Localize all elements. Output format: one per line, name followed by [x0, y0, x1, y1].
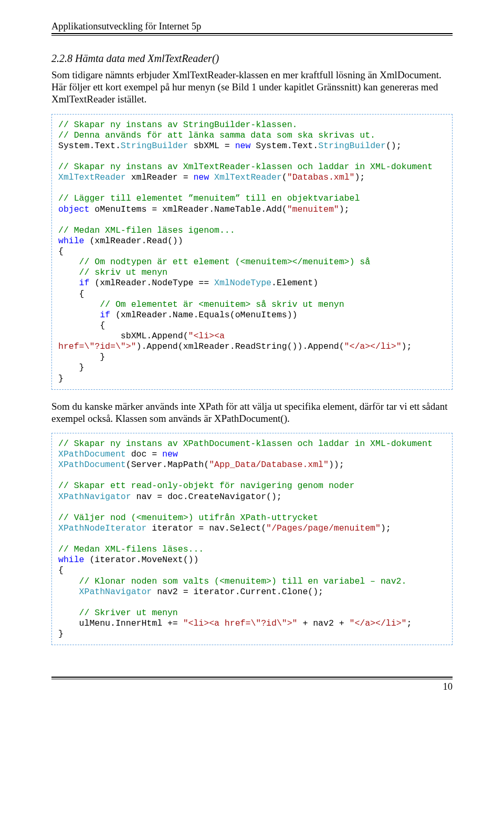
code-text: [58, 299, 100, 309]
code-comment: // Skapar ny instans av XPathDocument-kl…: [58, 439, 433, 449]
code-text: [58, 608, 79, 618]
code-text: iterator = nav.Select(: [146, 523, 266, 533]
code-keyword: new: [162, 449, 178, 459]
page-number: 10: [51, 681, 453, 692]
code-string: "Databas.xml": [287, 172, 355, 182]
code-block-2: // Skapar ny instans av XPathDocument-kl…: [51, 433, 453, 645]
code-block-1: // Skapar ny instans av StringBuilder-kl…: [51, 114, 453, 390]
code-comment: // Skapar ny instans av StringBuilder-kl…: [58, 120, 297, 130]
code-keyword: while: [58, 555, 85, 565]
code-type: XPathDocument: [58, 460, 126, 470]
code-text: System.Text.: [250, 141, 318, 151]
code-text: {: [58, 289, 85, 299]
page-footer: 10: [51, 677, 453, 692]
code-text: }: [58, 629, 64, 639]
code-text: [58, 267, 79, 277]
code-comment: // Medan XML-filens läses...: [58, 544, 204, 554]
code-comment: // Skapar ny instans av XmlTextReader-kl…: [58, 162, 433, 172]
code-comment: // Om elementet är <menuitem> så skriv u…: [100, 299, 344, 309]
code-comment: // skriv ut menyn: [79, 267, 167, 277]
code-keyword: new: [235, 141, 251, 151]
code-text: );: [339, 204, 350, 214]
code-text: xmlReader =: [126, 172, 194, 182]
code-text: sbXML.Append(: [58, 331, 188, 341]
code-keyword: while: [58, 236, 85, 246]
code-text: (: [282, 172, 287, 182]
code-comment: // Väljer nod (<menuitem>) utifrån XPath…: [58, 513, 318, 523]
code-text: }: [58, 374, 64, 383]
code-keyword: new: [193, 172, 209, 182]
code-type: XmlTextReader: [58, 172, 126, 182]
code-string: "</a></li>": [350, 618, 407, 628]
code-comment: // Medan XML-filen läses igenom...: [58, 225, 235, 235]
code-text: sbXML =: [188, 141, 235, 151]
code-comment: // Om nodtypen är ett element (<menuitem…: [79, 257, 371, 267]
code-comment: // Klonar noden som valts (<menuitem>) t…: [79, 576, 407, 586]
code-text: {: [58, 565, 64, 575]
code-text: (xmlReader.Name.Equals(oMenuItems)): [110, 310, 297, 320]
code-text: doc =: [126, 449, 162, 459]
code-text: [58, 576, 79, 586]
code-text: + nav2 +: [298, 618, 350, 628]
code-comment: // Denna används för att länka samma dat…: [58, 130, 375, 140]
code-text: [209, 172, 214, 182]
code-text: );: [402, 341, 412, 351]
code-text: (Server.MapPath(: [126, 460, 209, 470]
code-text: ));: [329, 460, 344, 470]
code-text: nav2 = iterator.Current.Clone();: [152, 587, 323, 597]
code-string: "menuitem": [287, 204, 339, 214]
footer-rule-bottom: [51, 679, 453, 679]
code-type: XmlTextReader: [214, 172, 282, 182]
code-text: );: [381, 523, 391, 533]
code-type: StringBuilder: [121, 141, 188, 151]
code-text: ;: [406, 618, 412, 628]
section-heading: 2.2.8 Hämta data med XmlTextReader(): [51, 53, 453, 65]
code-text: System.Text.: [58, 141, 121, 151]
code-keyword: if: [100, 310, 110, 320]
code-text: ).Append(xmlReader.ReadString()).Append(: [136, 341, 344, 351]
code-type: XPathDocument: [58, 449, 126, 459]
code-string: "</a></li>": [344, 341, 402, 351]
code-keyword: if: [79, 278, 90, 288]
code-text: [58, 587, 79, 597]
page: Applikationsutveckling för Internet 5p 2…: [0, 0, 504, 713]
code-text: (xmlReader.NodeType ==: [89, 278, 214, 288]
code-text: .Element): [271, 278, 318, 288]
code-text: {: [58, 320, 105, 330]
paragraph-2: Som du kanske märker används inte XPath …: [51, 400, 453, 424]
header-rule-top: [51, 33, 453, 34]
code-keyword: object: [58, 204, 89, 214]
code-text: oMenuItems = xmlReader.NameTable.Add(: [89, 204, 287, 214]
footer-rule-top: [51, 677, 453, 678]
code-string: "App_Data/Database.xml": [209, 460, 329, 470]
code-text: {: [58, 246, 64, 256]
code-text: [58, 257, 79, 267]
code-string: "<li><a href=\"?id\">": [183, 618, 298, 628]
code-type: XmlNodeType: [214, 278, 271, 288]
document-header: Applikationsutveckling för Internet 5p: [51, 21, 453, 32]
code-comment: // Lägger till elementet ”menuitem” till…: [58, 193, 360, 203]
code-text: [58, 278, 79, 288]
code-string: "/Pages/page/menuitem": [266, 523, 381, 533]
code-type: StringBuilder: [318, 141, 386, 151]
code-text: [58, 310, 100, 320]
code-type: XPathNavigator: [79, 587, 152, 597]
code-text: (xmlReader.Read()): [85, 236, 183, 246]
code-type: XPathNodeIterator: [58, 523, 146, 533]
code-text: );: [354, 172, 365, 182]
header-rule-bottom: [51, 35, 453, 36]
paragraph-1: Som tidigare nämnts erbjuder XmlTextRead…: [51, 69, 453, 106]
code-text: }: [58, 362, 85, 372]
code-string: "<li><a: [188, 331, 230, 341]
code-comment: // Skapar ett read-only-objekt för navig…: [58, 481, 354, 491]
code-type: XPathNavigator: [58, 492, 131, 502]
code-text: (iterator.MoveNext()): [85, 555, 199, 565]
code-text: nav = doc.CreateNavigator();: [131, 492, 282, 502]
code-string: href=\"?id=\">": [58, 341, 136, 351]
code-text: ulMenu.InnerHtml +=: [58, 618, 183, 628]
code-text: }: [58, 352, 105, 362]
code-comment: // Skriver ut menyn: [79, 608, 178, 618]
code-text: ();: [386, 141, 402, 151]
